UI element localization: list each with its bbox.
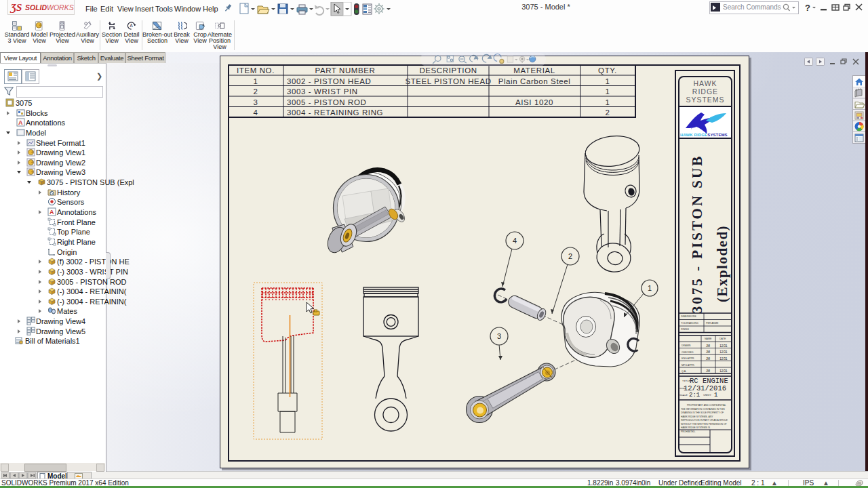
svg-text:JM: JM <box>706 344 710 348</box>
svg-text:HAWK: HAWK <box>693 79 717 87</box>
svg-text:HAWK RIDGE SYSTEMS IS: HAWK RIDGE SYSTEMS IS <box>681 426 711 429</box>
svg-text:2: 2 <box>568 252 572 260</box>
svg-text:ITEM NO.: ITEM NO. <box>237 66 275 75</box>
svg-text:12/31: 12/31 <box>719 350 728 354</box>
svg-text:PER ASME: PER ASME <box>706 322 719 325</box>
svg-text:DESCRIPTION: DESCRIPTION <box>419 66 477 75</box>
svg-text:SHEET: SHEET <box>703 394 712 396</box>
svg-text:WORKS: WORKS <box>47 3 74 12</box>
svg-text:NAME: NAME <box>705 338 712 340</box>
svg-text:4: 4 <box>254 108 258 117</box>
svg-text:PROHIBITED.: PROHIBITED. <box>681 430 696 433</box>
svg-text:12/31: 12/31 <box>719 369 728 373</box>
svg-text:QTY.: QTY. <box>598 66 617 75</box>
svg-text:2:1: 2:1 <box>689 392 700 399</box>
svg-text:PART NUMBER: PART NUMBER <box>315 66 375 75</box>
svg-text:DATE: DATE <box>719 338 726 340</box>
svg-text:3: 3 <box>497 332 501 340</box>
svg-text:1: 1 <box>714 392 717 399</box>
svg-text:HAWK RIDGE: HAWK RIDGE <box>680 133 707 137</box>
svg-text:SCALE: SCALE <box>679 394 688 396</box>
svg-text:12/31: 12/31 <box>719 357 728 361</box>
svg-text:4: 4 <box>513 237 517 245</box>
svg-text:THE INFORMATION CONTAINED IN T: THE INFORMATION CONTAINED IN THIS <box>681 408 726 411</box>
svg-text:PROPRIETARY AND CONFIDENTIAL: PROPRIETARY AND CONFIDENTIAL <box>687 404 726 407</box>
svg-text:STEEL PISTON HEAD: STEEL PISTON HEAD <box>405 77 491 85</box>
svg-text:JM: JM <box>706 369 710 373</box>
svg-text:AISI 1020: AISI 1020 <box>515 98 553 106</box>
svg-text:RIDGE: RIDGE <box>692 87 718 96</box>
svg-text:Q.A.: Q.A. <box>682 370 686 373</box>
svg-text:?: ? <box>805 3 810 13</box>
svg-text:A: A <box>130 23 134 28</box>
svg-text:FINISH: FINISH <box>681 328 689 331</box>
svg-text:DRAWING IS THE SOLE PROPERTY O: DRAWING IS THE SOLE PROPERTY OF <box>681 411 724 414</box>
svg-text:JM: JM <box>706 357 710 361</box>
svg-text:3: 3 <box>254 98 258 106</box>
svg-text:SYSTEMS: SYSTEMS <box>707 133 727 137</box>
svg-text:ENG APPR.: ENG APPR. <box>682 357 694 360</box>
svg-text:DIMENSIONS: DIMENSIONS <box>681 315 696 318</box>
svg-text:3005 - PISTON ROD: 3005 - PISTON ROD <box>287 98 366 106</box>
svg-text:MATERIAL: MATERIAL <box>513 66 555 75</box>
svg-text:SYSTEMS: SYSTEMS <box>686 96 724 104</box>
svg-text:A: A <box>18 119 23 126</box>
svg-text:1: 1 <box>254 77 258 85</box>
svg-text:1: 1 <box>606 87 610 96</box>
svg-text:Plain Carbon Steel: Plain Carbon Steel <box>498 77 571 85</box>
svg-text:CHECKED: CHECKED <box>682 351 694 354</box>
svg-text:JM: JM <box>706 350 710 354</box>
svg-text:(Exploded): (Exploded) <box>714 225 730 302</box>
svg-text:A: A <box>50 209 54 216</box>
svg-text:HAWK RIDGE SYSTEMS. ANY: HAWK RIDGE SYSTEMS. ANY <box>681 415 713 418</box>
svg-text:3004 - RETAINING RING: 3004 - RETAINING RING <box>287 108 383 117</box>
svg-text:TOLERANCING: TOLERANCING <box>681 322 698 325</box>
svg-text:3075 - PISTON SUB: 3075 - PISTON SUB <box>689 155 705 313</box>
svg-text:REPRODUCTION IN PART OR AS A W: REPRODUCTION IN PART OR AS A WHOLE <box>681 419 728 422</box>
svg-text:3002 - PISTON HEAD: 3002 - PISTON HEAD <box>287 77 371 85</box>
svg-text:ƷS: ƷS <box>9 2 22 13</box>
svg-text:SOLID: SOLID <box>25 3 47 12</box>
svg-text:1: 1 <box>606 77 610 85</box>
svg-text:DRAWN: DRAWN <box>682 344 691 347</box>
svg-text:3003 - WRIST PIN: 3003 - WRIST PIN <box>287 87 358 96</box>
svg-text:1: 1 <box>648 284 652 292</box>
svg-text:2: 2 <box>606 108 610 117</box>
svg-text:WITHOUT THE WRITTEN PERMISSION: WITHOUT THE WRITTEN PERMISSION OF <box>681 423 727 426</box>
svg-text:12/31: 12/31 <box>719 344 728 348</box>
svg-text:MFG APPR.: MFG APPR. <box>682 364 695 367</box>
svg-text:2: 2 <box>254 87 258 96</box>
svg-text:1: 1 <box>606 98 610 106</box>
